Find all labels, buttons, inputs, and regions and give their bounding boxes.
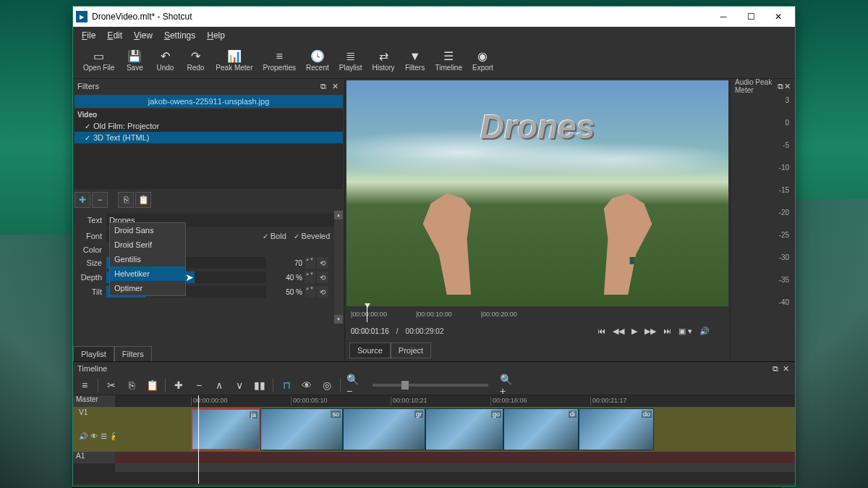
- panel-close-icon[interactable]: ✕: [330, 81, 340, 91]
- timeline-playhead[interactable]: [198, 395, 199, 484]
- clip[interactable]: di: [503, 408, 579, 450]
- clip[interactable]: gr: [343, 408, 425, 450]
- audio-meter-title: Audio Peak Meter: [735, 78, 778, 94]
- overwrite-button[interactable]: ∨: [232, 378, 247, 392]
- clip[interactable]: do: [579, 408, 654, 450]
- properties-scrollbar[interactable]: ▲ ▼: [334, 211, 343, 324]
- font-dropdown[interactable]: Droid SansDroid SerifGentilisHelvetikerO…: [109, 222, 186, 296]
- depth-spinner[interactable]: ▲▼: [305, 272, 315, 283]
- menu-edit[interactable]: Edit: [101, 28, 128, 43]
- copy-filter-button[interactable]: ⎘: [118, 192, 134, 208]
- clip[interactable]: so: [260, 408, 343, 450]
- meter-close-icon[interactable]: ✕: [784, 81, 791, 91]
- lift-button[interactable]: ∧: [212, 378, 226, 392]
- font-option-droid-serif[interactable]: Droid Serif: [110, 237, 185, 252]
- menu-file[interactable]: File: [76, 28, 101, 43]
- bold-checkbox[interactable]: Bold: [263, 232, 286, 240]
- hide-icon[interactable]: 👁: [90, 432, 98, 440]
- project-tab[interactable]: Project: [391, 342, 431, 358]
- mute-icon[interactable]: 🔊: [79, 432, 88, 440]
- time-current[interactable]: 00:00:01:16: [351, 327, 389, 335]
- timeline-undock-icon[interactable]: ⧉: [770, 363, 780, 374]
- menu-view[interactable]: View: [128, 28, 158, 43]
- filters-button[interactable]: ▼Filters: [401, 49, 430, 73]
- remove-filter-button[interactable]: −: [92, 192, 108, 208]
- minimize-button[interactable]: ─: [710, 7, 737, 27]
- a1-track[interactable]: [115, 452, 795, 463]
- forward-button[interactable]: ▶▶: [644, 327, 656, 336]
- close-button[interactable]: ✕: [765, 7, 792, 27]
- a1-track-header[interactable]: A1: [73, 452, 115, 463]
- timeline-scrollbar[interactable]: [115, 463, 795, 472]
- cut-button[interactable]: ✂: [104, 378, 119, 392]
- playlist-tab[interactable]: Playlist: [73, 346, 114, 361]
- filter-properties: ▲ ▼ Text Font Bold Beveled: [73, 211, 344, 303]
- size-spinner[interactable]: ▲▼: [305, 257, 315, 269]
- filter-item-old-film[interactable]: Old Film: Projector: [75, 120, 343, 132]
- add-filter-button[interactable]: ✚: [75, 192, 90, 208]
- save-button[interactable]: 💾Save: [120, 49, 149, 73]
- recent-button[interactable]: 🕓Recent: [302, 49, 333, 73]
- depth-reset-button[interactable]: ⟲: [317, 272, 328, 283]
- tilt-spinner[interactable]: ▲▼: [305, 286, 315, 298]
- preview-controls: 00:00:01:16 / 00:00:29:02 ⏮ ◀◀ ▶ ▶▶ ⏭ ▣ …: [345, 322, 730, 340]
- menu-settings[interactable]: Settings: [158, 28, 201, 43]
- history-button[interactable]: ⇄History: [367, 49, 399, 73]
- export-button[interactable]: ◉Export: [468, 49, 498, 73]
- v1-track[interactable]: jasogrgodido: [115, 407, 795, 452]
- timeline-close-icon[interactable]: ✕: [780, 363, 791, 374]
- clip[interactable]: ja: [191, 408, 260, 450]
- split-button[interactable]: ▮▮: [252, 378, 267, 392]
- paste-button[interactable]: 📋: [145, 378, 159, 392]
- zoom-slider[interactable]: [373, 384, 488, 387]
- master-track-header[interactable]: Master: [73, 395, 115, 407]
- rewind-button[interactable]: ◀◀: [613, 327, 624, 336]
- font-option-gentilis[interactable]: Gentilis: [110, 252, 185, 266]
- peak-meter-button[interactable]: 📊Peak Meter: [211, 49, 257, 73]
- timeline-button[interactable]: ☰Timeline: [431, 49, 467, 73]
- beveled-checkbox[interactable]: Beveled: [294, 232, 331, 240]
- maximize-button[interactable]: ☐: [737, 7, 765, 27]
- menu-help[interactable]: Help: [201, 28, 231, 43]
- playlist-button[interactable]: ≣Playlist: [335, 49, 367, 73]
- source-tab[interactable]: Source: [349, 342, 391, 358]
- redo-button[interactable]: ↷Redo: [181, 49, 210, 73]
- menubar: FileEditViewSettingsHelp: [73, 27, 795, 44]
- font-option-optimer[interactable]: Optimer: [110, 281, 185, 295]
- remove-button[interactable]: −: [192, 378, 206, 392]
- size-reset-button[interactable]: ⟲: [317, 257, 328, 269]
- meter-undock-icon[interactable]: ⧉: [778, 81, 784, 91]
- tilt-reset-button[interactable]: ⟲: [317, 286, 328, 298]
- timeline-icon: ☰: [443, 51, 454, 62]
- preview-ruler[interactable]: |00:00:00:00 |00:00:10:00 |00:00:20:00: [345, 306, 730, 322]
- scrub-button[interactable]: 👁: [299, 378, 314, 392]
- paste-filter-button[interactable]: 📋: [135, 192, 151, 208]
- zoom-button[interactable]: ▣ ▾: [678, 327, 692, 336]
- panel-undock-icon[interactable]: ⧉: [318, 81, 328, 91]
- timeline-ruler[interactable]: 00:00:00:0000:00:05:1000:00:10:2100:00:1…: [115, 395, 795, 407]
- filters-tab[interactable]: Filters: [114, 346, 152, 361]
- open-file-button[interactable]: ▭Open File: [79, 49, 119, 73]
- clip[interactable]: go: [425, 408, 503, 450]
- ripple-button[interactable]: ◎: [320, 378, 334, 392]
- font-option-helvetiker[interactable]: Helvetiker: [110, 266, 185, 281]
- zoom-out-button[interactable]: 🔍−: [346, 378, 361, 392]
- filter-item-3d-text[interactable]: 3D Text (HTML): [75, 132, 343, 143]
- goto-start-button[interactable]: ⏮: [597, 327, 605, 336]
- font-option-droid-sans[interactable]: Droid Sans: [110, 223, 185, 237]
- timeline-menu-button[interactable]: ≡: [77, 378, 92, 392]
- zoom-in-button[interactable]: 🔍+: [500, 378, 514, 392]
- volume-button[interactable]: 🔊: [699, 327, 710, 336]
- preview-viewer[interactable]: Drones: [346, 80, 728, 306]
- append-button[interactable]: ✚: [171, 378, 186, 392]
- snap-button[interactable]: ⊓: [279, 378, 294, 392]
- preview-playhead[interactable]: [367, 306, 367, 322]
- tracks-content[interactable]: 00:00:00:0000:00:05:1000:00:10:2100:00:1…: [115, 395, 795, 484]
- goto-end-button[interactable]: ⏭: [663, 327, 671, 336]
- copy-button[interactable]: ⎘: [124, 378, 139, 392]
- properties-button[interactable]: ≡Properties: [259, 49, 301, 73]
- play-button[interactable]: ▶: [631, 327, 637, 336]
- composite-icon[interactable]: ☰: [101, 432, 107, 440]
- v1-track-header[interactable]: V1 🔊 👁 ☰ 🔓: [73, 407, 115, 452]
- undo-button[interactable]: ↶Undo: [150, 49, 179, 73]
